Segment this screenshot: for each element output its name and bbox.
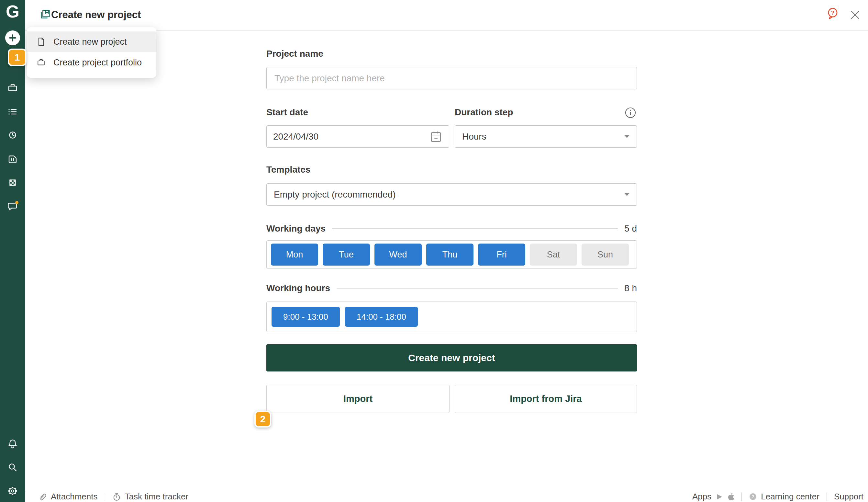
info-icon[interactable] xyxy=(624,107,636,119)
notification-dot xyxy=(15,201,19,204)
divider xyxy=(827,493,827,501)
modal-header: Create new project ? xyxy=(25,0,868,31)
sidebar: G xyxy=(0,0,25,502)
chevron-down-icon xyxy=(624,193,630,196)
project-book-icon xyxy=(39,8,51,21)
working-day-fri[interactable]: Fri xyxy=(478,243,525,265)
divider-line xyxy=(337,288,618,289)
start-date-field[interactable]: 2024/04/30 xyxy=(266,126,449,148)
tutorial-step-badge-1: 1 xyxy=(8,49,27,66)
templates-value: Empty project (recommended) xyxy=(274,190,396,200)
projects-briefcase-icon[interactable] xyxy=(6,82,19,94)
working-days-label: Working days xyxy=(266,223,326,234)
support-link[interactable]: Support xyxy=(834,492,864,502)
stopwatch-icon xyxy=(112,492,121,501)
svg-text:?: ? xyxy=(831,10,834,16)
project-name-label: Project name xyxy=(266,49,323,59)
google-play-icon[interactable] xyxy=(715,493,723,501)
working-day-mon[interactable]: Mon xyxy=(271,243,318,265)
duration-step-label: Duration step xyxy=(455,107,513,118)
task-time-tracker-button[interactable]: Task time tracker xyxy=(112,492,189,502)
import-from-jira-button[interactable]: Import from Jira xyxy=(455,385,637,413)
working-day-sun[interactable]: Sun xyxy=(581,243,629,265)
working-day-thu[interactable]: Thu xyxy=(426,243,474,265)
create-menu: Create new project Create project portfo… xyxy=(27,27,156,78)
divider xyxy=(742,493,742,501)
menu-item-label: Create new project xyxy=(53,37,127,47)
support-label: Support xyxy=(834,492,864,502)
file-icon xyxy=(36,37,46,47)
question-circle-icon: ? xyxy=(749,493,757,501)
working-days-header: Working days 5 d xyxy=(266,223,637,234)
reports-icon[interactable] xyxy=(6,152,19,165)
create-new-project-button[interactable]: Create new project xyxy=(266,344,637,371)
portfolio-grid-icon[interactable] xyxy=(6,176,19,189)
templates-select[interactable]: Empty project (recommended) xyxy=(266,183,637,205)
working-days-group: MonTueWedThuFriSatSun xyxy=(266,240,637,269)
working-hours-total: 8 h xyxy=(624,283,637,293)
calendar-icon xyxy=(430,130,442,143)
help-icon[interactable]: ? xyxy=(826,7,839,21)
working-hours-header: Working hours 8 h xyxy=(266,283,637,293)
working-hours-range-1[interactable]: 9:00 - 13:00 xyxy=(271,307,340,327)
working-days-total: 5 d xyxy=(624,223,637,234)
working-day-wed[interactable]: Wed xyxy=(374,243,422,265)
svg-text:?: ? xyxy=(752,494,754,499)
create-project-form: Project name Start date Duration step 20… xyxy=(266,0,637,453)
working-hours-range-2[interactable]: 14:00 - 18:00 xyxy=(345,307,418,327)
task-list-icon[interactable] xyxy=(6,105,19,118)
start-date-label: Start date xyxy=(266,107,308,118)
attachments-button[interactable]: Attachments xyxy=(38,492,98,502)
close-icon[interactable] xyxy=(850,10,860,20)
paperclip-icon xyxy=(38,492,47,501)
apps-link[interactable]: Apps xyxy=(692,492,734,502)
plus-icon xyxy=(6,31,19,44)
divider xyxy=(105,493,105,501)
duration-step-select[interactable]: Hours xyxy=(455,126,637,148)
import-button[interactable]: Import xyxy=(266,385,450,413)
apple-icon[interactable] xyxy=(727,493,734,501)
working-day-tue[interactable]: Tue xyxy=(323,243,370,265)
working-hours-label: Working hours xyxy=(266,283,330,293)
chevron-down-icon xyxy=(624,135,630,138)
attachments-label: Attachments xyxy=(51,492,98,502)
learning-center-link[interactable]: ? Learning center xyxy=(749,492,819,502)
time-log-clock-icon[interactable] xyxy=(6,129,19,141)
task-time-tracker-label: Task time tracker xyxy=(125,492,189,502)
apps-label: Apps xyxy=(692,492,711,502)
learning-center-label: Learning center xyxy=(761,492,819,502)
tutorial-step-badge-2: 2 xyxy=(255,411,271,428)
create-button[interactable] xyxy=(5,30,20,46)
menu-item-create-new-project[interactable]: Create new project xyxy=(27,31,156,52)
start-date-value: 2024/04/30 xyxy=(273,131,319,142)
search-icon[interactable] xyxy=(6,461,19,474)
page-title: Create new project xyxy=(51,9,141,21)
notifications-bell-icon[interactable] xyxy=(6,438,19,451)
app-logo[interactable]: G xyxy=(0,1,25,21)
settings-gear-icon[interactable] xyxy=(6,484,19,498)
working-hours-group[interactable]: 9:00 - 13:0014:00 - 18:00 xyxy=(266,302,637,332)
comments-chat-icon[interactable] xyxy=(6,200,19,212)
templates-label: Templates xyxy=(266,164,310,175)
divider-line xyxy=(332,228,618,229)
project-name-input[interactable] xyxy=(266,67,637,89)
working-day-sat[interactable]: Sat xyxy=(530,243,577,265)
duration-step-value: Hours xyxy=(462,131,486,142)
status-bar: Attachments Task time tracker Apps xyxy=(25,491,868,502)
menu-item-label: Create project portfolio xyxy=(53,58,142,68)
menu-item-create-project-portfolio[interactable]: Create project portfolio xyxy=(27,52,156,73)
briefcase-icon xyxy=(36,57,46,68)
